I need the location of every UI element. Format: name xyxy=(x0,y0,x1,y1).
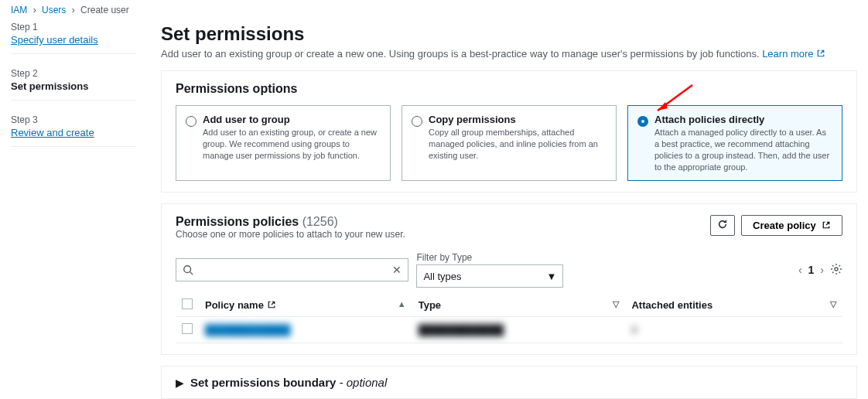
filter-icon: ▽ xyxy=(830,299,836,309)
row-checkbox[interactable] xyxy=(182,323,193,334)
pager-prev[interactable]: ‹ xyxy=(798,264,802,276)
radio-icon xyxy=(186,116,196,127)
step-name[interactable]: Specify user details xyxy=(11,34,136,46)
radio-icon xyxy=(637,116,648,127)
option-title: Add user to group xyxy=(203,114,381,125)
option-attach-policies-directly[interactable]: Attach policies directly Attach a manage… xyxy=(627,105,842,181)
step-label: Step 3 xyxy=(11,114,136,125)
learn-more-link[interactable]: Learn more xyxy=(762,48,825,60)
step-label: Step 1 xyxy=(11,22,136,32)
policies-desc: Choose one or more policies to attach to… xyxy=(176,229,405,240)
radio-icon xyxy=(412,116,422,127)
col-attached-entities[interactable]: Attached entities▽ xyxy=(625,294,842,317)
svg-point-2 xyxy=(184,266,191,273)
pagination: ‹ 1 › xyxy=(798,263,842,278)
permissions-options-heading: Permissions options xyxy=(176,82,842,96)
external-link-icon xyxy=(267,300,276,309)
search-field[interactable] xyxy=(193,264,392,276)
option-add-user-to-group[interactable]: Add user to group Add user to an existin… xyxy=(176,105,391,181)
pager-next[interactable]: › xyxy=(820,264,824,276)
option-title: Attach policies directly xyxy=(654,114,832,125)
step-name[interactable]: Review and create xyxy=(11,127,136,138)
settings-gear-icon[interactable] xyxy=(830,263,842,278)
permissions-policies-heading: Permissions policies (1256) xyxy=(176,215,338,228)
breadcrumb-iam[interactable]: IAM xyxy=(11,5,27,15)
wizard-step-3[interactable]: Step 3 Review and create xyxy=(11,114,136,147)
permissions-policies-panel: Permissions policies (1256) Choose one o… xyxy=(161,203,857,355)
external-link-icon xyxy=(816,49,825,58)
external-link-icon xyxy=(822,220,831,230)
option-desc: Attach a managed policy directly to a us… xyxy=(654,127,832,172)
svg-line-3 xyxy=(190,272,193,275)
select-all-checkbox[interactable] xyxy=(182,298,193,309)
svg-point-4 xyxy=(835,268,838,271)
permissions-options-panel: Permissions options Add user to group Ad… xyxy=(161,70,857,193)
page-subtitle: Add user to an existing group or create … xyxy=(161,48,857,60)
wizard-step-1[interactable]: Step 1 Specify user details xyxy=(11,22,136,54)
sort-asc-icon: ▲ xyxy=(398,299,406,309)
col-policy-name[interactable]: Policy name ▲ xyxy=(199,294,412,317)
step-label: Step 2 xyxy=(11,68,136,79)
chevron-right-icon: › xyxy=(33,5,36,15)
breadcrumb-users[interactable]: Users xyxy=(42,5,66,15)
policy-attached-count: 0 xyxy=(631,324,637,336)
breadcrumb-create-user: Create user xyxy=(80,5,129,15)
wizard-steps-sidebar: Step 1 Specify user details Step 2 Set p… xyxy=(0,0,147,399)
policy-name-link[interactable]: ████████████ xyxy=(205,324,291,336)
search-icon xyxy=(183,264,193,275)
step-name: Set permissions xyxy=(11,80,136,92)
page-title: Set permissions xyxy=(161,23,857,45)
option-desc: Copy all group memberships, attached man… xyxy=(429,127,607,162)
create-policy-button[interactable]: Create policy xyxy=(741,215,842,236)
permissions-boundary-title: Set permissions boundary - optional xyxy=(190,376,387,389)
col-type[interactable]: Type▽ xyxy=(412,294,626,317)
chevron-right-icon: › xyxy=(72,5,75,15)
refresh-icon xyxy=(717,219,728,230)
clear-icon[interactable]: ✕ xyxy=(392,264,402,276)
table-row[interactable]: ████████████ ████████████ 0 xyxy=(176,317,842,343)
policies-count: (1256) xyxy=(302,215,338,228)
policies-table: Policy name ▲ Type▽ Attached entities▽ █… xyxy=(176,294,842,343)
pager-page: 1 xyxy=(808,264,815,276)
filter-icon: ▽ xyxy=(613,299,619,309)
filter-type-label: Filter by Type xyxy=(416,252,563,263)
caret-down-icon: ▼ xyxy=(547,271,557,282)
caret-right-icon: ▶ xyxy=(176,377,184,389)
policy-search-input[interactable]: ✕ xyxy=(176,258,408,281)
option-copy-permissions[interactable]: Copy permissions Copy all group membersh… xyxy=(402,105,617,181)
wizard-step-2: Step 2 Set permissions xyxy=(11,68,136,101)
filter-type-select[interactable]: All types ▼ xyxy=(416,264,563,288)
refresh-button[interactable] xyxy=(710,215,735,236)
policy-type: ████████████ xyxy=(419,324,504,336)
permissions-boundary-panel[interactable]: ▶ Set permissions boundary - optional xyxy=(161,366,857,399)
option-title: Copy permissions xyxy=(429,114,607,125)
breadcrumb: IAM › Users › Create user xyxy=(11,5,129,15)
option-desc: Add user to an existing group, or create… xyxy=(203,127,381,162)
